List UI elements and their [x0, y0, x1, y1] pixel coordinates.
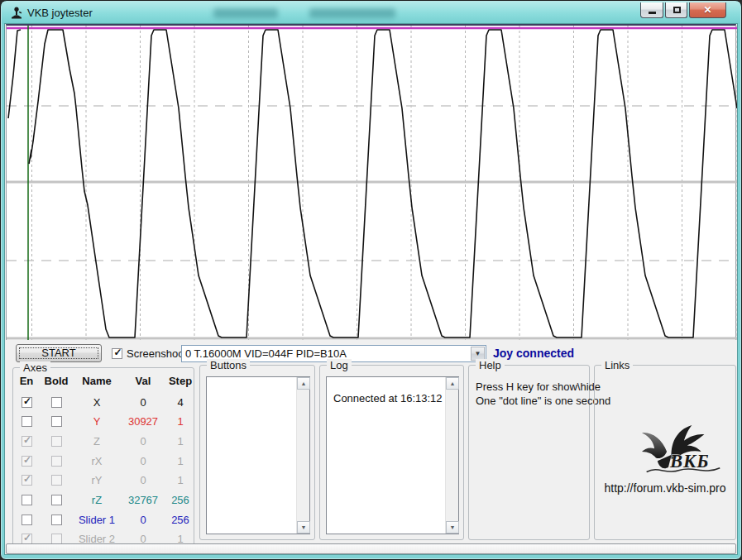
app-window: VKB joytester ✕ START ✓ Screensh [0, 0, 742, 560]
log-scrollbar[interactable]: ▲ ▼ [445, 377, 458, 534]
maximize-icon [673, 7, 681, 13]
logo-text: ВКБ [669, 451, 710, 471]
minimize-icon [649, 12, 656, 14]
header-step: Step [165, 375, 195, 387]
window-title: VKB joytester [27, 7, 93, 19]
axis-name: X [73, 396, 121, 409]
enable-checkbox: ✓ [22, 475, 32, 486]
axis-name: rY [73, 474, 121, 486]
buttons-scrollbar[interactable]: ▲ ▼ [296, 377, 309, 534]
close-icon: ✕ [690, 4, 725, 16]
axis-val: 0 [121, 435, 165, 448]
axis-step: 1 [165, 474, 195, 486]
cell [40, 495, 73, 505]
enable-checkbox[interactable] [22, 495, 32, 505]
axis-row-y: Y309271 [13, 414, 194, 430]
scroll-down-icon[interactable]: ▼ [446, 521, 459, 534]
waveform-trace [29, 30, 737, 337]
enable-checkbox[interactable] [22, 515, 32, 525]
focus-outline [19, 347, 98, 359]
header-val: Val [121, 375, 165, 387]
bold-checkbox [51, 456, 62, 467]
status-strip [6, 543, 736, 554]
links-panel-title: Links [601, 359, 633, 371]
screenshot-checkbox[interactable]: ✓ [112, 348, 122, 359]
bold-checkbox[interactable] [51, 495, 62, 505]
axis-step: 256 [165, 494, 195, 506]
axes-panel: Axes En Bold Name Val Step ✓X04Y309271✓Z… [12, 367, 194, 547]
axis-step: 1 [165, 455, 195, 467]
screenshot-checkbox-label: Screenshoot [127, 347, 187, 360]
scroll-down-icon[interactable]: ▼ [297, 521, 310, 534]
links-panel: Links ВКБ http://forum.vkb-sim.pro [594, 365, 736, 540]
axis-row-slider1: Slider 10256 [13, 511, 194, 528]
start-button[interactable]: START [16, 344, 102, 362]
cell [13, 495, 40, 505]
log-listbox[interactable]: Connected at 16:13:12 ▲ ▼ [326, 376, 459, 534]
cell [40, 397, 73, 408]
scroll-up-icon[interactable]: ▲ [446, 377, 459, 390]
maximize-button[interactable] [665, 2, 687, 18]
redacted-text-blob [213, 8, 278, 18]
cell [40, 436, 73, 447]
header-en: En [13, 375, 40, 387]
scroll-up-icon[interactable]: ▲ [297, 377, 310, 390]
enable-checkbox[interactable] [22, 416, 32, 427]
cell: ✓ [13, 456, 40, 467]
cell: ✓ [13, 397, 40, 408]
cell [13, 416, 40, 427]
axis-step: 4 [165, 396, 195, 409]
waveform-plot [7, 26, 737, 340]
bold-checkbox[interactable] [51, 515, 62, 525]
axis-step: 1 [165, 435, 195, 448]
forum-link[interactable]: http://forum.vkb-sim.pro [595, 481, 735, 495]
header-bold: Bold [40, 375, 73, 387]
bold-checkbox [51, 436, 62, 447]
close-button[interactable]: ✕ [689, 2, 726, 18]
buttons-listbox[interactable]: ▲ ▼ [206, 376, 310, 534]
enable-checkbox: ✓ [22, 436, 32, 447]
logo-left-wing [642, 433, 667, 458]
window-controls: ✕ [640, 2, 726, 18]
axis-name: rX [73, 455, 121, 467]
axis-row-x: ✓X04 [13, 394, 194, 410]
help-panel-title: Help [476, 359, 505, 371]
bold-checkbox[interactable] [51, 416, 62, 427]
redacted-text-blob [309, 8, 395, 18]
axis-val: 0 [121, 474, 165, 486]
client-area: START ✓ Screenshoot 0 T.16000M VID=044F … [5, 24, 737, 554]
status-badge: Joy connected [493, 347, 574, 360]
cell [40, 416, 73, 427]
header-name: Name [73, 375, 121, 387]
minimize-button[interactable] [640, 2, 663, 18]
enable-checkbox[interactable]: ✓ [22, 397, 32, 408]
checkmark-icon: ✓ [112, 347, 123, 359]
help-panel: Help Press H key for show\hide One "dot … [468, 365, 590, 540]
axes-panel-title: Axes [20, 361, 50, 374]
axis-oscilloscope-graph [6, 24, 736, 340]
axis-name: Y [73, 415, 121, 428]
help-line-2: One "dot line" is one second [476, 395, 610, 407]
axis-val: 0 [121, 455, 165, 467]
log-panel-title: Log [327, 359, 352, 371]
axis-row-rz: rZ32767256 [13, 492, 194, 509]
cell: ✓ [13, 436, 40, 447]
vkb-logo: ВКБ [634, 424, 730, 478]
axis-row-ry: ✓rY01 [13, 472, 194, 489]
waveform-trace-prefix [8, 30, 21, 118]
enable-checkbox: ✓ [22, 456, 32, 467]
bold-checkbox[interactable] [51, 397, 62, 408]
cell [40, 475, 73, 486]
axes-table-header: En Bold Name Val Step [13, 375, 194, 387]
bold-checkbox [51, 475, 62, 486]
axis-val: 30927 [121, 415, 165, 428]
buttons-panel: Buttons ▲ ▼ [199, 365, 315, 540]
cell: ✓ [13, 475, 40, 486]
buttons-panel-title: Buttons [207, 359, 250, 371]
titlebar[interactable]: VKB joytester ✕ [2, 2, 740, 24]
screen: VKB joytester ✕ START ✓ Screensh [0, 0, 742, 560]
checkmark-icon: ✓ [22, 395, 33, 408]
axis-name: Slider 1 [73, 514, 121, 526]
chevron-down-icon: ▼ [472, 350, 484, 357]
axis-row-z: ✓Z01 [13, 433, 194, 449]
